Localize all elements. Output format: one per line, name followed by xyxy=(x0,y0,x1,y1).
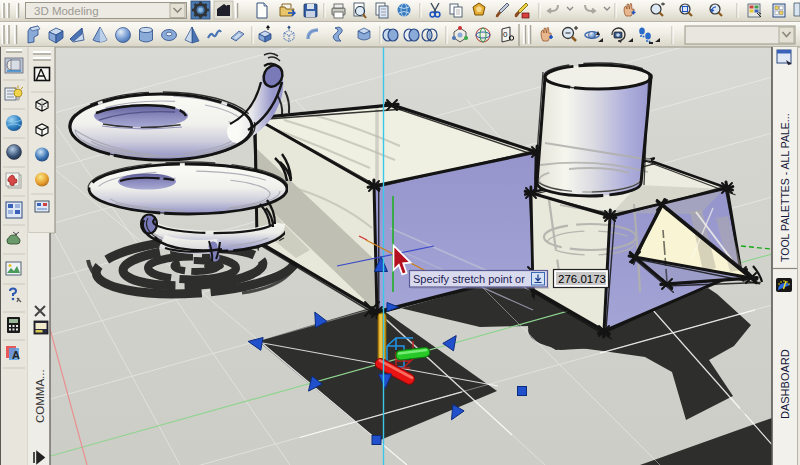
svg-text:DASHBOARD: DASHBOARD xyxy=(779,349,791,419)
svg-text:COMMA...: COMMA... xyxy=(34,369,46,423)
svg-text:3D Modeling: 3D Modeling xyxy=(34,5,99,17)
svg-text:Specify stretch point or: Specify stretch point or xyxy=(413,273,525,285)
svg-text:TOOL PALETTES - ALL PALE...: TOOL PALETTES - ALL PALE... xyxy=(779,113,791,262)
svg-text:0: 0 xyxy=(503,30,508,39)
svg-text:A: A xyxy=(12,349,20,361)
svg-text:276.0173: 276.0173 xyxy=(558,273,606,285)
